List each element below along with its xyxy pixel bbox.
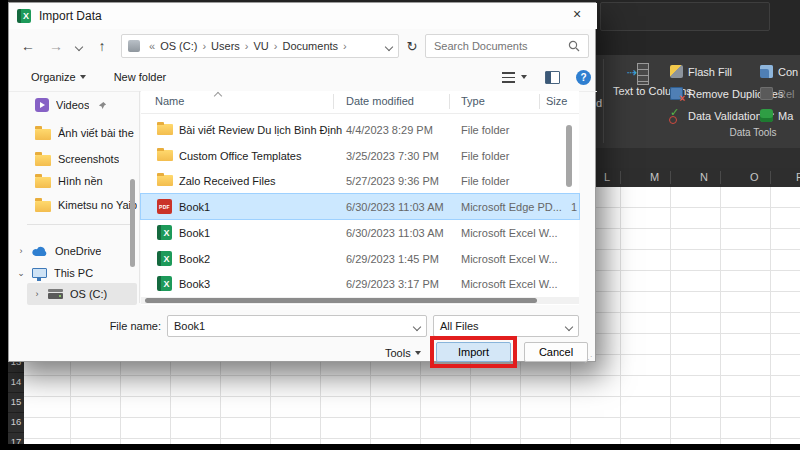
new-folder-button[interactable]: New folder (114, 71, 167, 83)
file-type-dropdown-icon[interactable] (566, 320, 572, 332)
header-separator[interactable] (333, 94, 334, 109)
file-row-bai-viet[interactable]: Bài viết Review Du lịch Bình Định 4/4/20… (141, 117, 579, 142)
sidebar-item-videos[interactable]: Videos (9, 93, 137, 117)
file-row-book1-pdf-selected[interactable]: PDF Book1 6/30/2023 11:03 AM Microsoft E… (141, 194, 579, 219)
text-to-columns-button[interactable]: ⇢ Text to Columns (613, 59, 663, 141)
header-separator[interactable] (539, 94, 540, 109)
column-header-P: P (796, 171, 800, 183)
excel-file-icon: X (157, 225, 172, 240)
sidebar-list-divider (139, 91, 140, 303)
up-button[interactable]: ↑ (89, 38, 115, 54)
row-header-14: 14 (8, 372, 24, 393)
row-header-16: 16 (8, 412, 24, 433)
breadcrumb-separator: › (271, 40, 281, 52)
breadcrumb-prefix: « (146, 40, 158, 52)
column-header-O: O (750, 171, 759, 183)
file-name-combobox[interactable]: Book1 (167, 315, 427, 337)
breadcrumb-separator: › (199, 40, 209, 52)
breadcrumb-documents[interactable]: Documents (280, 40, 340, 52)
data-validation-button[interactable]: ✓ Data Validation (670, 109, 773, 122)
file-name-label: File name: (101, 320, 161, 332)
tools-menu-button[interactable]: Tools (385, 347, 421, 359)
back-button[interactable]: ← (13, 38, 43, 54)
file-row-book1-xlsx[interactable]: X Book1 6/30/2023 11:03 AM Microsoft Exc… (141, 220, 579, 245)
list-horizontal-scrollbar[interactable] (141, 297, 579, 304)
excel-file-icon: X (157, 276, 172, 291)
folder-icon (157, 124, 173, 135)
search-box[interactable] (425, 34, 589, 58)
sidebar-item-hinh-nen[interactable]: Hình nền (9, 169, 137, 193)
preview-pane-icon[interactable] (545, 71, 560, 84)
breadcrumb-users[interactable]: Users (209, 40, 242, 52)
column-name[interactable]: Name (155, 95, 184, 107)
screen-edge-left (0, 0, 8, 450)
breadcrumb-os-c[interactable]: OS (C:) (158, 40, 199, 52)
resize-grip[interactable]: ⋰ (584, 355, 592, 364)
folder-icon (35, 201, 51, 212)
search-input[interactable] (434, 40, 554, 52)
remove-duplicates-icon: × (670, 87, 683, 100)
sidebar-item-os-c[interactable]: › OS (C:) (9, 282, 137, 306)
change-view-icon[interactable] (502, 72, 515, 83)
dialog-footer: File name: Book1 All Files Tools Import … (9, 309, 597, 363)
sidebar-item-anh-viet-bai[interactable]: Ảnh viết bài the (9, 121, 137, 145)
column-type[interactable]: Type (461, 95, 485, 107)
videos-icon (35, 98, 49, 112)
location-icon (128, 40, 140, 52)
file-type-value: All Files (440, 320, 479, 332)
breadcrumb-vu[interactable]: VU (251, 40, 270, 52)
column-size[interactable]: Size (546, 95, 567, 107)
ribbon-group-separator (603, 59, 604, 143)
breadcrumb-separator: › (242, 40, 252, 52)
close-icon[interactable]: × (567, 6, 587, 22)
list-header: Name Date modified Type Size (141, 91, 579, 114)
dialog-toolbar: Organize New folder ? (9, 63, 597, 92)
file-row-zalo-received-files[interactable]: Zalo Received Files 5/27/2023 9:36 PM Fi… (141, 168, 579, 193)
relationships-button[interactable]: Rel (760, 87, 795, 100)
sidebar-item-kimetsu[interactable]: Kimetsu no Yaib (9, 193, 137, 217)
excel-file-icon: X (157, 251, 172, 266)
vertical-scroll-thumb[interactable] (566, 125, 572, 187)
file-type-select[interactable]: All Files (433, 315, 579, 337)
flash-fill-icon (670, 65, 683, 78)
flash-fill-button[interactable]: Flash Fill (670, 65, 732, 78)
expander-collapsed-icon[interactable]: › (33, 289, 41, 299)
recent-locations-dropdown[interactable] (69, 40, 89, 52)
expander-collapsed-icon[interactable]: › (17, 246, 25, 256)
header-separator[interactable] (449, 94, 450, 109)
refresh-button[interactable]: ↻ (399, 39, 425, 54)
column-date-modified[interactable]: Date modified (346, 95, 414, 107)
consolidate-button[interactable]: Con (760, 65, 798, 78)
help-icon[interactable]: ? (576, 70, 591, 85)
file-name-value: Book1 (174, 320, 205, 332)
sidebar-item-screenshots[interactable]: Screenshots (9, 147, 137, 171)
view-dropdown-icon[interactable] (521, 75, 527, 79)
sort-ascending-icon (215, 89, 221, 101)
address-dropdown-icon[interactable] (386, 40, 392, 52)
drive-icon (48, 293, 63, 299)
excel-row-headers: 13 14 15 16 17 18 (8, 362, 24, 444)
file-row-custom-office-templates[interactable]: Custom Office Templates 3/25/2023 7:30 P… (141, 143, 579, 168)
list-vertical-scrollbar[interactable] (566, 115, 572, 277)
manage-data-model-button[interactable]: Ma (760, 109, 793, 122)
folder-icon (35, 177, 51, 188)
forward-button[interactable]: → (43, 38, 69, 54)
import-button[interactable]: Import (436, 342, 511, 362)
file-row-book2-xlsx[interactable]: X Book2 6/29/2023 1:45 PM Microsoft Exce… (141, 246, 579, 271)
data-validation-icon: ✓ (670, 109, 683, 122)
file-name-dropdown-icon[interactable] (414, 320, 420, 332)
cancel-button[interactable]: Cancel (524, 342, 588, 362)
address-bar[interactable]: « OS (C:) › Users › VU › Documents › (121, 34, 399, 58)
file-row-book3-xlsx[interactable]: X Book3 6/29/2023 3:17 PM Microsoft Exce… (141, 271, 579, 296)
folder-icon (35, 129, 51, 140)
column-header-L: L (604, 171, 610, 183)
data-tools-group-label: Data Tools (698, 127, 800, 138)
organize-menu-button[interactable]: Organize (31, 71, 86, 83)
expander-expanded-icon[interactable]: ⌄ (17, 268, 25, 278)
row-header-15: 15 (8, 392, 24, 413)
horizontal-scroll-thumb[interactable] (145, 298, 537, 303)
sidebar-item-onedrive[interactable]: › OneDrive (9, 239, 137, 263)
folder-icon (157, 175, 173, 186)
sidebar-scrollbar[interactable] (130, 179, 135, 267)
dialog-title: Import Data (39, 9, 102, 23)
